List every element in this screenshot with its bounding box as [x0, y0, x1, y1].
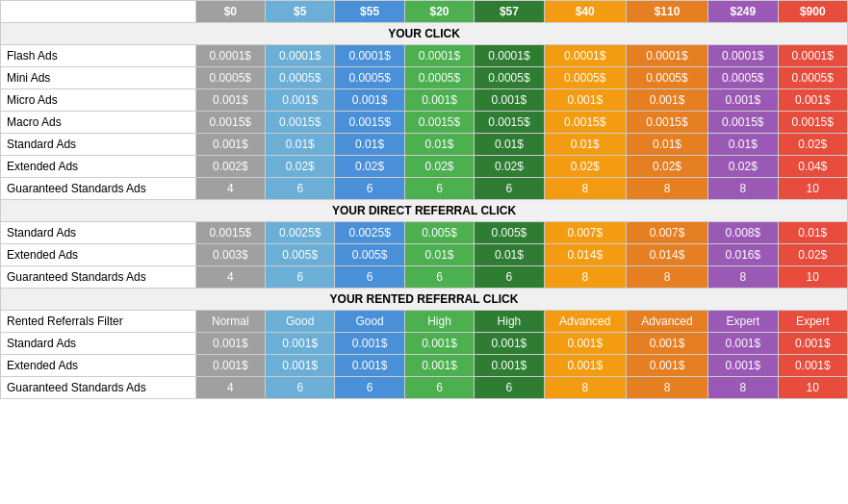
table-row: Macro Ads0.0015$0.0015$0.0015$0.0015$0.0… [1, 112, 848, 134]
cell-value: 8 [708, 266, 778, 289]
cell-value: 0.002$ [195, 156, 265, 178]
cell-value: 8 [544, 178, 626, 200]
table-row: Extended Ads0.001$0.001$0.001$0.001$0.00… [1, 355, 848, 377]
cell-value: 0.02$ [335, 156, 404, 178]
cell-value: 0.02$ [626, 156, 707, 178]
cell-value: 10 [778, 178, 847, 200]
price-header [1, 1, 196, 23]
cell-value: 0.005$ [404, 222, 474, 244]
cell-value: 0.001$ [475, 89, 544, 112]
cell-value: Good [266, 311, 335, 333]
cell-value: 0.001$ [778, 333, 847, 355]
row-label: Flash Ads [1, 45, 196, 67]
cell-value: 0.001$ [708, 333, 778, 355]
cell-value: 4 [195, 266, 265, 289]
cell-value: 0.0015$ [266, 112, 335, 134]
cell-value: 4 [195, 377, 265, 399]
cell-value: 8 [626, 377, 707, 399]
cell-value: High [475, 311, 544, 333]
cell-value: 0.001$ [544, 355, 626, 377]
cell-value: 0.0005$ [544, 67, 626, 89]
cell-value: 0.01$ [626, 134, 707, 156]
cell-value: 0.0005$ [404, 67, 474, 89]
row-label: Guaranteed Standards Ads [1, 266, 196, 289]
table-row: Standard Ads0.001$0.01$0.01$0.01$0.01$0.… [1, 134, 848, 156]
cell-value: 0.02$ [778, 244, 847, 266]
cell-value: 0.0005$ [708, 67, 778, 89]
col-header-3: $20 [404, 1, 474, 23]
cell-value: 0.001$ [626, 89, 707, 112]
cell-value: 0.001$ [266, 89, 335, 112]
cell-value: 0.0015$ [404, 112, 474, 134]
table-row: Guaranteed Standards Ads4666688810 [1, 377, 848, 399]
table-row: Mini Ads0.0005$0.0005$0.0005$0.0005$0.00… [1, 67, 848, 89]
cell-value: 6 [475, 178, 544, 200]
cell-value: 0.007$ [626, 222, 707, 244]
cell-value: 10 [778, 377, 847, 399]
cell-value: Advanced [544, 311, 626, 333]
cell-value: 0.001$ [335, 355, 404, 377]
cell-value: 0.001$ [544, 333, 626, 355]
cell-value: 0.0015$ [544, 112, 626, 134]
cell-value: 0.016$ [708, 244, 778, 266]
cell-value: 0.0025$ [266, 222, 335, 244]
cell-value: 0.0001$ [266, 45, 335, 67]
cell-value: 0.001$ [708, 89, 778, 112]
col-header-8: $900 [778, 1, 847, 23]
cell-value: 6 [266, 266, 335, 289]
cell-value: 0.0005$ [195, 67, 265, 89]
cell-value: Expert [708, 311, 778, 333]
table-row: Extended Ads0.003$0.005$0.005$0.01$0.01$… [1, 244, 848, 266]
table-row: Rented Referrals FilterNormalGoodGoodHig… [1, 311, 848, 333]
cell-value: 0.02$ [404, 156, 474, 178]
cell-value: 0.0001$ [404, 45, 474, 67]
cell-value: 0.001$ [708, 355, 778, 377]
cell-value: 0.007$ [544, 222, 626, 244]
cell-value: 6 [335, 266, 404, 289]
row-label: Mini Ads [1, 67, 196, 89]
row-label: Guaranteed Standards Ads [1, 377, 196, 399]
table-row: Flash Ads0.0001$0.0001$0.0001$0.0001$0.0… [1, 45, 848, 67]
cell-value: Good [335, 311, 404, 333]
cell-value: 8 [626, 266, 707, 289]
cell-value: 0.01$ [266, 134, 335, 156]
cell-value: 0.01$ [335, 134, 404, 156]
cell-value: 0.01$ [778, 222, 847, 244]
cell-value: 0.01$ [404, 244, 474, 266]
row-label: Standard Ads [1, 222, 196, 244]
cell-value: 8 [544, 377, 626, 399]
cell-value: 0.0005$ [778, 67, 847, 89]
cell-value: 0.0005$ [266, 67, 335, 89]
cell-value: Advanced [626, 311, 707, 333]
cell-value: 0.001$ [544, 89, 626, 112]
cell-value: 6 [404, 266, 474, 289]
cell-value: 0.0001$ [626, 45, 707, 67]
cell-value: 0.001$ [335, 333, 404, 355]
cell-value: 0.001$ [195, 355, 265, 377]
cell-value: 0.0015$ [475, 112, 544, 134]
cell-value: 0.02$ [778, 134, 847, 156]
cell-value: 0.005$ [335, 244, 404, 266]
cell-value: 0.001$ [404, 89, 474, 112]
col-header-5: $40 [544, 1, 626, 23]
cell-value: 0.001$ [195, 89, 265, 112]
cell-value: 0.02$ [544, 156, 626, 178]
cell-value: 0.0001$ [708, 45, 778, 67]
cell-value: 6 [266, 178, 335, 200]
table-row: Guaranteed Standards Ads4666688810 [1, 178, 848, 200]
cell-value: 8 [708, 178, 778, 200]
pricing-table: $0 $5 $55 $20 $57 $40 $110 $249 $900 YOU… [0, 0, 848, 399]
cell-value: 0.0015$ [335, 112, 404, 134]
row-label: Standard Ads [1, 333, 196, 355]
cell-value: 6 [404, 377, 474, 399]
row-label: Macro Ads [1, 112, 196, 134]
cell-value: Normal [195, 311, 265, 333]
cell-value: 0.001$ [404, 333, 474, 355]
cell-value: 0.001$ [626, 333, 707, 355]
row-label: Micro Ads [1, 89, 196, 112]
cell-value: 10 [778, 266, 847, 289]
col-header-0: $0 [195, 1, 265, 23]
cell-value: 0.0001$ [544, 45, 626, 67]
cell-value: 6 [335, 178, 404, 200]
cell-value: 0.0015$ [708, 112, 778, 134]
